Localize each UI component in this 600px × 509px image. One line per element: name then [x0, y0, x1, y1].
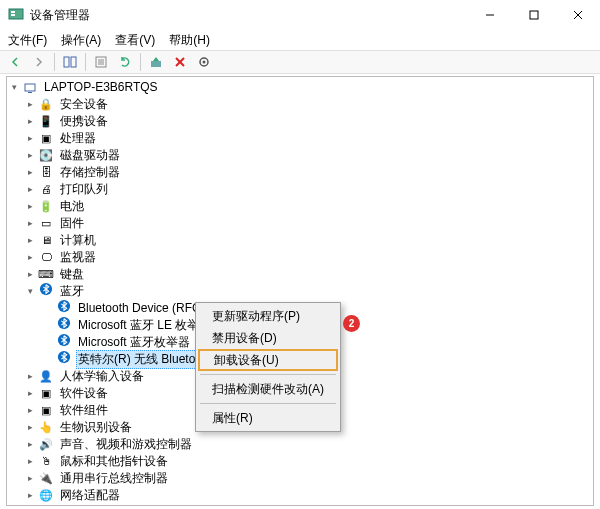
uninstall-button[interactable]	[169, 52, 191, 72]
tree-category[interactable]: ▸▣处理器	[7, 130, 593, 147]
refresh-button[interactable]	[114, 52, 136, 72]
tree-item-label: 安全设备	[58, 96, 110, 113]
category-icon: ▣	[38, 131, 54, 147]
tree-item-label: 人体学输入设备	[58, 368, 146, 385]
maximize-button[interactable]	[512, 1, 556, 29]
menu-file[interactable]: 文件(F)	[8, 32, 47, 49]
expand-icon[interactable]: ▸	[25, 150, 36, 161]
menu-help[interactable]: 帮助(H)	[169, 32, 210, 49]
tree-item-label: 软件组件	[58, 402, 110, 419]
tree-item-label: 监视器	[58, 249, 98, 266]
tree-item-label: 鼠标和其他指针设备	[58, 453, 170, 470]
expand-icon[interactable]: ▸	[25, 439, 36, 450]
back-button[interactable]	[4, 52, 26, 72]
tree-category[interactable]: ▸🔊声音、视频和游戏控制器	[7, 436, 593, 453]
tree-category[interactable]: ▸🖵监视器	[7, 249, 593, 266]
expand-icon[interactable]: ▸	[25, 422, 36, 433]
tree-category[interactable]: ▸🖱鼠标和其他指针设备	[7, 453, 593, 470]
ctx-disable-device[interactable]: 禁用设备(D)	[198, 327, 338, 349]
expand-icon[interactable]: ▸	[25, 116, 36, 127]
properties-button[interactable]	[90, 52, 112, 72]
tree-category[interactable]: ▸🔌通用串行总线控制器	[7, 470, 593, 487]
tree-item-label: LAPTOP-E3B6RTQS	[42, 79, 160, 96]
category-icon: ▣	[38, 403, 54, 419]
tree-category[interactable]: ▸💽磁盘驱动器	[7, 147, 593, 164]
toolbar-separator	[140, 53, 141, 71]
expand-icon[interactable]: ▸	[25, 490, 36, 501]
tree-category[interactable]: ▸🔒安全设备	[7, 96, 593, 113]
expand-icon[interactable]: ▾	[25, 286, 36, 297]
bluetooth-icon	[56, 318, 72, 334]
minimize-button[interactable]	[468, 1, 512, 29]
tree-category[interactable]: ▸🖥计算机	[7, 232, 593, 249]
tree-category[interactable]: ▸▭固件	[7, 215, 593, 232]
category-icon: 🔊	[38, 437, 54, 453]
expand-icon[interactable]: ▸	[25, 99, 36, 110]
ctx-uninstall-device[interactable]: 卸载设备(U)	[198, 349, 338, 371]
ctx-scan-hardware[interactable]: 扫描检测硬件改动(A)	[198, 378, 338, 400]
expand-icon[interactable]: ▸	[25, 405, 36, 416]
tree-item-label: 蓝牙	[58, 283, 86, 300]
svg-rect-7	[64, 57, 69, 67]
expand-icon[interactable]: ▸	[25, 184, 36, 195]
category-icon: ▭	[38, 216, 54, 232]
category-icon: 🗄	[38, 165, 54, 181]
category-icon: ⌨	[38, 267, 54, 283]
svg-rect-4	[530, 11, 538, 19]
tree-category-bluetooth[interactable]: ▾蓝牙	[7, 283, 593, 300]
tree-category[interactable]: ▸🌐网络适配器	[7, 487, 593, 504]
tree-item-label: 便携设备	[58, 113, 110, 130]
expand-icon[interactable]: ▸	[25, 252, 36, 263]
category-icon: 🖨	[38, 182, 54, 198]
tree-item-label: 声音、视频和游戏控制器	[58, 436, 194, 453]
update-driver-button[interactable]	[145, 52, 167, 72]
category-icon: 🌐	[38, 488, 54, 504]
category-icon: 👆	[38, 420, 54, 436]
expand-icon[interactable]: ▸	[25, 388, 36, 399]
computer-icon	[22, 80, 38, 96]
tree-category[interactable]: ▸💻系统设备	[7, 504, 593, 506]
tree-item-label: 磁盘驱动器	[58, 147, 122, 164]
tree-item-label: 软件设备	[58, 385, 110, 402]
category-icon: 💽	[38, 148, 54, 164]
expand-icon[interactable]: ▸	[25, 201, 36, 212]
device-tree[interactable]: ▾LAPTOP-E3B6RTQS▸🔒安全设备▸📱便携设备▸▣处理器▸💽磁盘驱动器…	[6, 76, 594, 506]
svg-rect-13	[151, 61, 161, 67]
tree-item-label: 通用串行总线控制器	[58, 470, 170, 487]
expand-icon[interactable]: ▸	[25, 133, 36, 144]
show-hide-tree-button[interactable]	[59, 52, 81, 72]
tree-item-label: Microsoft 蓝牙 LE 枚举器	[76, 317, 213, 334]
svg-rect-2	[11, 14, 15, 16]
bluetooth-icon	[56, 352, 72, 368]
bluetooth-icon	[56, 335, 72, 351]
title-bar: 设备管理器	[0, 0, 600, 30]
svg-point-17	[203, 61, 206, 64]
expand-icon[interactable]: ▸	[25, 235, 36, 246]
expand-icon[interactable]: ▸	[25, 456, 36, 467]
menu-view[interactable]: 查看(V)	[115, 32, 155, 49]
tree-category[interactable]: ▸🗄存储控制器	[7, 164, 593, 181]
category-icon: 🔋	[38, 199, 54, 215]
menu-action[interactable]: 操作(A)	[61, 32, 101, 49]
svg-rect-18	[25, 84, 35, 91]
category-icon: 🔌	[38, 471, 54, 487]
toolbar-separator	[85, 53, 86, 71]
close-button[interactable]	[556, 1, 600, 29]
tree-category[interactable]: ▸⌨键盘	[7, 266, 593, 283]
expand-icon[interactable]: ▾	[9, 82, 20, 93]
expand-icon[interactable]: ▸	[25, 269, 36, 280]
tree-item-label: 处理器	[58, 130, 98, 147]
expand-icon[interactable]: ▸	[25, 167, 36, 178]
scan-hardware-button[interactable]	[193, 52, 215, 72]
tree-category[interactable]: ▸🖨打印队列	[7, 181, 593, 198]
tree-category[interactable]: ▸📱便携设备	[7, 113, 593, 130]
expand-icon[interactable]: ▸	[25, 371, 36, 382]
tree-root-computer[interactable]: ▾LAPTOP-E3B6RTQS	[7, 79, 593, 96]
expand-icon[interactable]: ▸	[25, 473, 36, 484]
expand-icon[interactable]: ▸	[25, 218, 36, 229]
ctx-properties[interactable]: 属性(R)	[198, 407, 338, 429]
menu-bar: 文件(F) 操作(A) 查看(V) 帮助(H)	[0, 30, 600, 50]
tree-category[interactable]: ▸🔋电池	[7, 198, 593, 215]
forward-button[interactable]	[28, 52, 50, 72]
ctx-update-driver[interactable]: 更新驱动程序(P)	[198, 305, 338, 327]
